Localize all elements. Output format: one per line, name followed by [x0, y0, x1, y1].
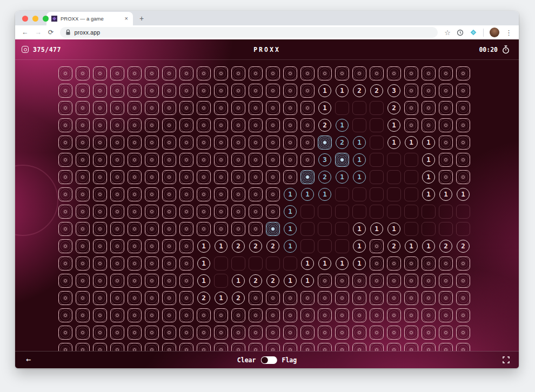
tile-unrevealed[interactable] [404, 101, 418, 115]
tile-unrevealed[interactable] [145, 205, 159, 219]
tile-unrevealed[interactable] [76, 66, 90, 80]
tile-unrevealed[interactable] [370, 274, 384, 288]
tile-unrevealed[interactable] [249, 187, 263, 201]
tile-unrevealed[interactable] [404, 291, 418, 305]
tile-unrevealed[interactable] [58, 118, 72, 132]
tile-unrevealed[interactable] [197, 222, 211, 236]
tile-unrevealed[interactable] [179, 291, 193, 305]
tile-empty[interactable] [404, 187, 418, 201]
tile-unrevealed[interactable] [249, 308, 263, 322]
tile-unrevealed[interactable] [110, 274, 124, 288]
tile-number[interactable]: 1 [387, 222, 400, 235]
tile-empty[interactable] [370, 205, 384, 219]
tile-unrevealed[interactable] [300, 291, 315, 305]
tile-unrevealed[interactable] [76, 153, 90, 167]
tile-number[interactable]: 1 [457, 188, 470, 201]
tile-unrevealed[interactable] [352, 326, 366, 340]
tile-unrevealed[interactable] [266, 205, 280, 219]
tile-unrevealed[interactable] [58, 187, 72, 201]
tile-empty[interactable] [335, 222, 349, 236]
tile-unrevealed[interactable] [439, 136, 453, 150]
tile-unrevealed[interactable] [128, 291, 142, 305]
tile-unrevealed[interactable] [214, 326, 228, 340]
tile-unrevealed[interactable] [162, 66, 176, 80]
tile-unrevealed[interactable] [145, 153, 159, 167]
tile-unrevealed[interactable] [110, 326, 124, 340]
tile-unrevealed[interactable] [231, 222, 245, 236]
new-tab-button[interactable]: + [139, 15, 144, 22]
tile-unrevealed[interactable] [352, 291, 366, 305]
tile-unrevealed[interactable] [197, 326, 211, 340]
tile-number[interactable]: 1 [301, 257, 314, 270]
tile-unrevealed[interactable] [249, 343, 263, 351]
tile-unrevealed[interactable] [352, 343, 366, 351]
tile-unrevealed[interactable] [318, 274, 332, 288]
forward-icon[interactable]: → [35, 29, 42, 36]
tile-unrevealed[interactable] [214, 136, 228, 150]
tile-unrevealed[interactable] [439, 170, 453, 184]
close-window-button[interactable] [22, 16, 28, 22]
tile-unrevealed[interactable] [197, 343, 211, 351]
tile-unrevealed[interactable] [249, 118, 263, 132]
tile-unrevealed[interactable] [110, 136, 124, 150]
tile-number[interactable]: 1 [336, 84, 349, 97]
tile-empty[interactable] [283, 256, 297, 271]
tile-unrevealed[interactable] [128, 136, 142, 150]
tile-empty[interactable] [231, 256, 245, 271]
tile-unrevealed[interactable] [145, 84, 159, 98]
tile-number[interactable]: 1 [301, 274, 314, 287]
tile-number[interactable]: 2 [266, 274, 279, 287]
tile-number[interactable]: 2 [370, 84, 383, 97]
tile-number[interactable]: 1 [197, 274, 210, 287]
tile-unrevealed[interactable] [300, 343, 315, 351]
tile-unrevealed[interactable] [387, 256, 401, 271]
tile-number[interactable]: 3 [318, 153, 331, 166]
tile-empty[interactable] [404, 222, 418, 236]
tile-unrevealed[interactable] [266, 326, 280, 340]
tile-unrevealed[interactable] [266, 118, 280, 132]
tile-number[interactable]: 2 [387, 102, 400, 114]
tile-unrevealed[interactable] [93, 222, 107, 236]
tile-unrevealed[interactable] [422, 326, 436, 340]
tile-number[interactable]: 1 [422, 188, 435, 201]
tile-unrevealed[interactable] [249, 170, 263, 184]
tile-unrevealed[interactable] [93, 308, 107, 322]
tile-unrevealed[interactable] [128, 153, 142, 167]
tile-unrevealed[interactable] [370, 308, 384, 322]
tile-unrevealed[interactable] [162, 343, 176, 351]
tile-unrevealed[interactable] [197, 84, 211, 98]
tile-unrevealed[interactable] [422, 308, 436, 322]
tile-number[interactable]: 2 [232, 240, 245, 253]
profile-avatar[interactable] [490, 28, 499, 37]
tile-unrevealed[interactable] [214, 170, 228, 184]
tile-unrevealed[interactable] [283, 153, 297, 167]
tile-unrevealed[interactable] [93, 118, 107, 132]
tile-unrevealed[interactable] [93, 343, 107, 351]
tile-number[interactable]: 1 [197, 257, 210, 270]
tile-empty[interactable] [456, 205, 470, 219]
tile-unrevealed[interactable] [456, 66, 470, 80]
tile-unrevealed[interactable] [370, 239, 384, 253]
tile-unrevealed[interactable] [422, 66, 436, 80]
tile-number[interactable]: 1 [353, 222, 366, 235]
tile-unrevealed[interactable] [249, 136, 263, 150]
tile-unrevealed[interactable] [145, 222, 159, 236]
tile-number[interactable]: 2 [232, 292, 245, 305]
tile-empty[interactable] [300, 239, 315, 253]
tile-number[interactable]: 2 [318, 171, 331, 184]
tile-unrevealed[interactable] [335, 343, 349, 351]
tile-unrevealed[interactable] [162, 239, 176, 253]
tile-unrevealed[interactable] [370, 291, 384, 305]
tile-empty[interactable] [352, 187, 366, 201]
address-bar[interactable]: proxx.app [60, 27, 438, 38]
tile-flagged[interactable] [266, 222, 280, 236]
tile-unrevealed[interactable] [214, 101, 228, 115]
tile-unrevealed[interactable] [128, 274, 142, 288]
tile-unrevealed[interactable] [128, 187, 142, 201]
tile-unrevealed[interactable] [162, 291, 176, 305]
tile-unrevealed[interactable] [387, 274, 401, 288]
tile-number[interactable]: 1 [318, 84, 331, 97]
clear-flag-toggle[interactable] [260, 356, 277, 364]
tile-unrevealed[interactable] [387, 326, 401, 340]
tile-unrevealed[interactable] [422, 274, 436, 288]
